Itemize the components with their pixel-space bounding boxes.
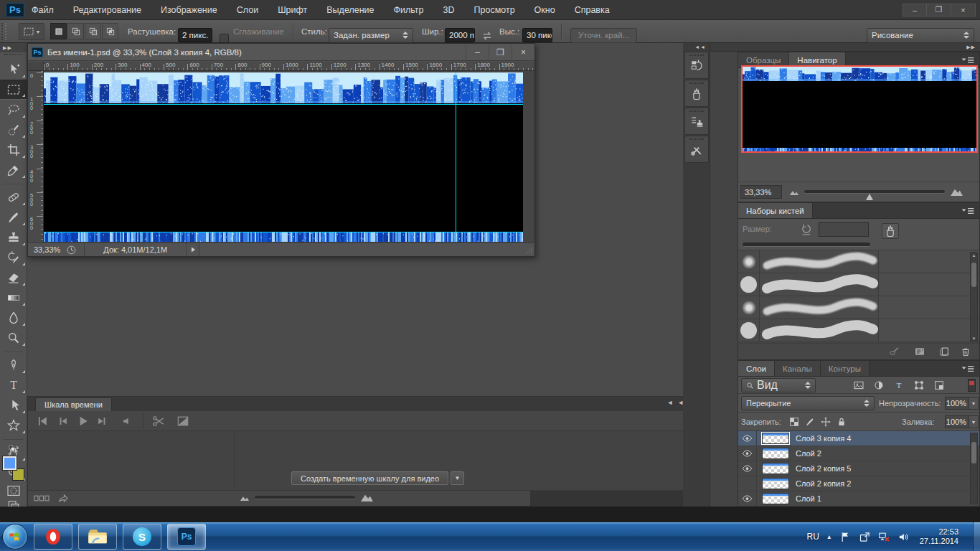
menu-item[interactable]: Редактирование xyxy=(73,5,141,15)
brush-list-scrollbar[interactable]: ▲ ▼ xyxy=(970,252,978,342)
layer-thumbnail[interactable] xyxy=(762,463,789,474)
transition-icon[interactable] xyxy=(176,414,190,428)
layer-filter-toggle[interactable] xyxy=(968,379,976,392)
vertical-ruler[interactable]: 01 0 02 0 03 0 04 0 05 0 06 0 0 xyxy=(28,71,44,243)
dock-history-panel-button[interactable] xyxy=(684,52,709,79)
opacity-arrow[interactable]: ▼ xyxy=(969,397,979,410)
tab-brush-presets[interactable]: Наборы кистей xyxy=(738,203,813,218)
width-input[interactable]: 2000 п xyxy=(445,28,475,42)
layer-row[interactable]: Слой 2 xyxy=(738,446,979,461)
layer-list-scrollbar[interactable] xyxy=(970,433,978,504)
background-color-swatch[interactable] xyxy=(12,468,24,481)
active-tool-preset[interactable]: ▼ xyxy=(19,23,44,40)
navigator-menu-icon[interactable] xyxy=(961,57,975,64)
vertical-guide[interactable] xyxy=(456,72,456,242)
timeline-tab[interactable]: Шкала времени xyxy=(35,397,112,411)
layer-visibility-toggle[interactable] xyxy=(738,476,757,491)
previous-frame-icon[interactable] xyxy=(55,414,70,428)
horizontal-guide[interactable] xyxy=(44,104,523,105)
toolbar-expand-icon[interactable]: ▶▶ xyxy=(0,43,27,52)
feather-input[interactable]: 2 пикс. xyxy=(178,28,212,42)
canvas-viewport[interactable] xyxy=(44,71,534,243)
zoom-out-icon[interactable] xyxy=(240,494,249,501)
blend-mode-dropdown[interactable]: Перекрытие xyxy=(741,396,875,410)
opacity-field[interactable]: 100% xyxy=(945,397,969,410)
menu-item[interactable]: Окно xyxy=(534,5,555,15)
layer-row[interactable]: Слой 2 копия 2 xyxy=(738,476,979,491)
show-desktop-button[interactable] xyxy=(973,522,980,551)
lock-pixels-icon[interactable] xyxy=(804,416,816,428)
brush-preset-row[interactable] xyxy=(738,296,979,319)
clock[interactable]: 22:53 27.11.2014 xyxy=(920,527,958,546)
eraser-tool[interactable] xyxy=(0,268,27,288)
selection-mode-subtract[interactable] xyxy=(85,23,101,39)
brush-size-input[interactable] xyxy=(819,222,869,237)
brush-preset-row[interactable] xyxy=(738,273,979,296)
next-frame-icon[interactable] xyxy=(95,414,110,428)
app-restore-button[interactable]: ❐ xyxy=(927,4,951,17)
scrollbar-thumb[interactable] xyxy=(971,442,976,463)
brush-size-slider[interactable] xyxy=(743,242,870,247)
doc-minimize-button[interactable]: – xyxy=(466,45,489,60)
audio-mute-icon[interactable] xyxy=(120,414,134,428)
document-titlebar[interactable]: Ps Без имени-1.psd @ 33,3% (Слой 3 копия… xyxy=(28,44,534,61)
layer-visibility-toggle[interactable] xyxy=(738,491,757,507)
layers-menu-icon[interactable] xyxy=(961,365,975,372)
foreground-color-swatch[interactable] xyxy=(3,456,17,470)
dock-clone-source-panel-button[interactable] xyxy=(684,108,709,135)
document-size-info[interactable]: Док: 4,01M/12,1M xyxy=(84,243,187,256)
layer-thumbnail[interactable] xyxy=(762,448,789,459)
layer-row[interactable]: Слой 1 xyxy=(738,491,979,507)
filter-shape-layers-icon[interactable] xyxy=(913,380,925,391)
document-zoom-field[interactable]: 33,33% xyxy=(34,245,60,254)
scroll-up-icon[interactable]: ▲ xyxy=(971,253,977,258)
antialias-checkbox[interactable] xyxy=(220,34,229,43)
style-dropdown[interactable]: Задан. размер xyxy=(329,28,413,43)
app-close-button[interactable]: × xyxy=(951,4,976,17)
frames-icon[interactable] xyxy=(34,493,50,504)
clone-stamp-tool[interactable] xyxy=(0,227,27,248)
menu-item[interactable]: Справка xyxy=(575,5,610,15)
rectangular-marquee-tool[interactable] xyxy=(0,80,27,100)
path-selection-tool[interactable] xyxy=(0,395,27,415)
layer-visibility-toggle[interactable] xyxy=(738,446,757,461)
zoom-in-icon[interactable] xyxy=(361,493,373,502)
preset-manager-icon[interactable] xyxy=(913,346,926,357)
layer-filter-dropdown[interactable]: Вид xyxy=(741,378,816,392)
hidden-icons-arrow[interactable]: ▲ xyxy=(826,534,832,540)
fill-arrow[interactable]: ▼ xyxy=(969,415,979,428)
menu-item[interactable]: Фильтр xyxy=(394,5,424,15)
default-swap-colors[interactable] xyxy=(0,442,27,456)
brush-presets-menu-icon[interactable] xyxy=(961,207,975,215)
filter-smart-objects-icon[interactable] xyxy=(933,380,945,391)
timeline-mode-dropdown[interactable]: ▼ xyxy=(451,471,464,485)
custom-shape-tool[interactable] xyxy=(0,415,27,435)
gradient-tool[interactable] xyxy=(0,288,27,308)
play-icon[interactable] xyxy=(75,414,90,428)
action-center-icon[interactable] xyxy=(839,531,852,543)
language-indicator[interactable]: RU xyxy=(806,532,819,542)
horizontal-ruler[interactable]: 0100200300400500600700800900100011001200… xyxy=(44,62,534,71)
layer-thumbnail[interactable] xyxy=(762,493,789,504)
taskbar-app-explorer[interactable] xyxy=(78,524,117,550)
taskbar-app-opera[interactable] xyxy=(34,524,72,550)
fill-field[interactable]: 100% xyxy=(945,415,969,428)
toggle-brush-panel-icon[interactable] xyxy=(882,223,899,239)
pen-tool[interactable] xyxy=(0,355,27,375)
navigator-zoom-slider[interactable] xyxy=(804,190,945,194)
menu-item[interactable]: Просмотр xyxy=(474,5,515,15)
slider-thumb[interactable] xyxy=(866,185,873,200)
horizontal-guide[interactable] xyxy=(44,232,523,232)
brush-preset-row[interactable] xyxy=(738,319,979,342)
blur-tool[interactable] xyxy=(0,308,27,328)
go-to-first-frame-icon[interactable] xyxy=(35,414,50,428)
menu-item[interactable]: 3D xyxy=(443,5,455,15)
lock-position-icon[interactable] xyxy=(820,416,831,428)
preview-stroke-icon[interactable] xyxy=(887,346,900,357)
tab-paths[interactable]: Контуры xyxy=(821,361,870,376)
eyedropper-tool[interactable] xyxy=(0,160,27,180)
selection-mode-intersect[interactable] xyxy=(102,23,118,39)
status-options-arrow[interactable] xyxy=(187,243,199,256)
split-clip-icon[interactable] xyxy=(151,414,166,428)
layer-visibility-toggle[interactable] xyxy=(738,461,757,476)
